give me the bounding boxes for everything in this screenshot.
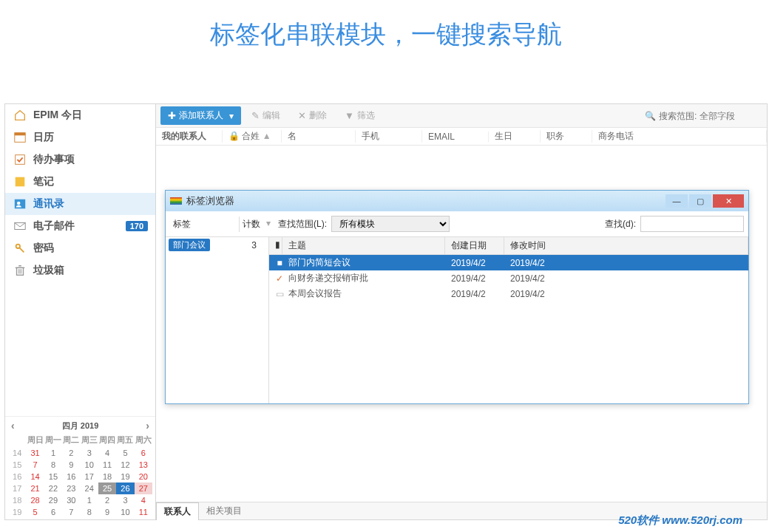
svg-rect-1 <box>15 133 25 136</box>
main-area: ✚添加联系人▾ ✎编辑 ✕删除 ▼筛选 🔍 我的联系人 🔒 合姓 ▲ 名 手机 … <box>156 104 767 519</box>
edit-button[interactable]: ✎编辑 <box>244 106 288 125</box>
contacts-icon <box>13 197 27 211</box>
tags-panel: 部门会议 3 <box>166 237 269 403</box>
results-header: ▮ 主题 创建日期 修改时间 <box>269 237 748 255</box>
sidebar-label: EPIM 今日 <box>33 109 82 122</box>
sidebar-item-trash[interactable]: 垃圾箱 <box>5 259 155 282</box>
cal-grid: 周日周一周二周三周四周五周六 1431123456 1578910111213 … <box>8 433 152 518</box>
add-contact-button[interactable]: ✚添加联系人▾ <box>160 106 241 125</box>
tag-browser-icon <box>170 197 182 205</box>
result-created: 2019/4/2 <box>451 289 510 299</box>
col-birthday[interactable]: 生日 <box>489 130 541 143</box>
contacts-body: 标签浏览器 — ▢ ✕ 标签 计数 ▾ 查找范围(L): 所有模块 查找 <box>156 146 767 502</box>
col-mobile[interactable]: 手机 <box>356 130 422 143</box>
col-mycontacts[interactable]: 我的联系人 <box>156 130 223 143</box>
sidebar-item-notes[interactable]: 笔记 <box>5 171 155 193</box>
subject-col[interactable]: 主题 <box>282 237 445 254</box>
plus-icon: ✚ <box>168 110 176 121</box>
sidebar-label: 笔记 <box>33 175 54 188</box>
icon-col: ▮ <box>269 237 282 254</box>
maximize-button[interactable]: ▢ <box>689 194 711 208</box>
filter-button[interactable]: ▼筛选 <box>337 106 382 125</box>
results-panel: ▮ 主题 创建日期 修改时间 ■ 部门内简短会议 2019/4/2 2019/4… <box>269 237 748 403</box>
scope-label: 查找范围(L): <box>278 218 327 231</box>
created-col[interactable]: 创建日期 <box>445 237 504 254</box>
result-row[interactable]: ✓ 向财务递交报销审批 2019/4/2 2019/4/2 <box>269 270 748 286</box>
minimize-button[interactable]: — <box>666 194 688 208</box>
mail-icon <box>13 219 27 233</box>
mini-calendar: ‹ 四月 2019 › 周日周一周二周三周四周五周六 1431123456 15… <box>5 416 155 519</box>
tag-col-header: 标签 <box>170 216 240 232</box>
item-icon: ▭ <box>274 289 285 299</box>
trash-icon <box>13 263 27 278</box>
dialog-filter-bar: 标签 计数 ▾ 查找范围(L): 所有模块 查找(d): <box>166 211 748 237</box>
contacts-columns: 我的联系人 🔒 合姓 ▲ 名 手机 EMAIL 生日 职务 商务电话 <box>156 128 767 146</box>
sidebar: EPIM 今日 日历 待办事项 笔记 通讯录 电子邮件 170 <box>5 104 156 519</box>
filter-icon: ▼ <box>345 110 354 121</box>
find-label: 查找(d): <box>605 218 636 231</box>
cal-prev[interactable]: ‹ <box>11 420 15 432</box>
result-row[interactable]: ■ 部门内简短会议 2019/4/2 2019/4/2 <box>269 255 748 270</box>
side-nav: EPIM 今日 日历 待办事项 笔记 通讯录 电子邮件 170 <box>5 104 155 416</box>
note-icon <box>13 174 27 189</box>
col-email[interactable]: EMAIL <box>422 132 489 142</box>
todo-icon <box>13 152 27 167</box>
result-row[interactable]: ▭ 本周会议报告 2019/4/2 2019/4/2 <box>269 286 748 301</box>
sidebar-item-calendar[interactable]: 日历 <box>5 126 155 149</box>
pencil-icon: ✎ <box>251 110 260 121</box>
chevron-down-icon: ▾ <box>229 111 234 121</box>
dialog-body: 部门会议 3 ▮ 主题 创建日期 修改时间 ■ 部门内简 <box>166 237 748 403</box>
sidebar-item-password[interactable]: 密码 <box>5 237 155 259</box>
sidebar-item-today[interactable]: EPIM 今日 <box>5 104 155 126</box>
modified-col[interactable]: 修改时间 <box>504 237 748 254</box>
tab-contacts[interactable]: 联系人 <box>156 502 199 520</box>
sidebar-label: 待办事项 <box>33 153 75 166</box>
scope-select[interactable]: 所有模块 <box>331 216 450 232</box>
col-title[interactable]: 职务 <box>541 130 592 143</box>
find-input[interactable] <box>640 216 744 232</box>
cal-next[interactable]: › <box>146 420 149 432</box>
sidebar-label: 通讯录 <box>33 197 64 211</box>
col-name[interactable]: 名 <box>282 130 356 143</box>
sidebar-item-mail[interactable]: 电子邮件 170 <box>5 215 155 237</box>
svg-rect-3 <box>16 177 25 187</box>
result-subject: 部门内简短会议 <box>288 256 451 269</box>
svg-rect-2 <box>16 155 25 165</box>
cal-title: 四月 2019 <box>62 420 99 432</box>
result-subject: 向财务递交报销审批 <box>288 272 451 284</box>
sidebar-item-todo[interactable]: 待办事项 <box>5 149 155 171</box>
tag-row[interactable]: 部门会议 3 <box>166 237 268 253</box>
chevron-down-icon[interactable]: ▾ <box>263 216 274 232</box>
key-icon <box>13 241 27 256</box>
calendar-icon <box>13 130 27 145</box>
sidebar-label: 日历 <box>33 131 54 144</box>
app-window: EPIM 今日 日历 待办事项 笔记 通讯录 电子邮件 170 <box>4 103 768 520</box>
tag-count: 3 <box>251 240 265 250</box>
tag-chip: 部门会议 <box>169 239 210 251</box>
sidebar-label: 垃圾箱 <box>33 264 64 277</box>
item-icon: ■ <box>274 258 285 268</box>
result-created: 2019/4/2 <box>451 273 510 284</box>
page-banner: 标签化串联模块，一键搜索导航 <box>0 0 772 61</box>
result-modified: 2019/4/2 <box>510 258 545 268</box>
sidebar-label: 电子邮件 <box>33 219 75 233</box>
x-icon: ✕ <box>298 110 306 121</box>
delete-button[interactable]: ✕删除 <box>291 106 334 125</box>
footer-watermark: 520软件 www.520rj.com <box>618 514 742 528</box>
col-bizphone[interactable]: 商务电话 <box>592 130 767 143</box>
dialog-titlebar[interactable]: 标签浏览器 — ▢ ✕ <box>166 191 748 211</box>
result-modified: 2019/4/2 <box>510 273 545 284</box>
count-col-header: 计数 <box>240 216 263 232</box>
result-subject: 本周会议报告 <box>288 287 451 300</box>
toolbar: ✚添加联系人▾ ✎编辑 ✕删除 ▼筛选 🔍 <box>156 104 767 128</box>
sidebar-label: 密码 <box>33 242 54 255</box>
close-button[interactable]: ✕ <box>713 194 744 208</box>
sidebar-item-contacts[interactable]: 通讯录 <box>5 193 155 215</box>
item-icon: ✓ <box>274 273 285 284</box>
svg-point-5 <box>17 202 21 205</box>
search-box[interactable]: 🔍 <box>645 111 762 121</box>
search-input[interactable] <box>659 111 762 121</box>
col-surname[interactable]: 🔒 合姓 ▲ <box>223 130 282 143</box>
dialog-title: 标签浏览器 <box>186 194 234 208</box>
tab-related[interactable]: 相关项目 <box>199 502 249 519</box>
